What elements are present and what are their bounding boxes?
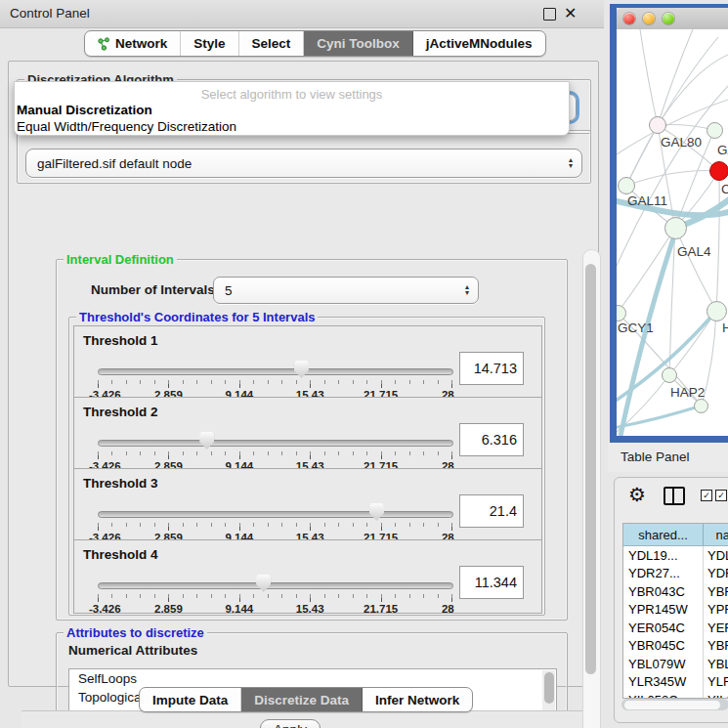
- threshold-3-label: Threshold 3: [83, 476, 158, 491]
- threshold-4-label: Threshold 4: [83, 547, 158, 562]
- network-node-bottom[interactable]: [694, 399, 708, 413]
- table-data-group: Table Data galFiltered.sif default node …: [17, 130, 591, 184]
- gear-icon[interactable]: ⚙: [628, 484, 646, 505]
- column-header-name[interactable]: na: [704, 524, 728, 545]
- slider-thumb[interactable]: [369, 503, 384, 521]
- tab-cyni-toolbox[interactable]: Cyni Toolbox: [304, 31, 413, 56]
- minimize-traffic-light[interactable]: [643, 13, 655, 24]
- numerical-attributes-label: Numerical Attributes: [68, 643, 197, 658]
- network-node-top-right[interactable]: [707, 122, 723, 139]
- table-row[interactable]: YDR27...YDR2: [623, 565, 728, 583]
- tab-style[interactable]: Style: [181, 31, 238, 56]
- checkbox-icon[interactable]: ✓: [701, 490, 712, 501]
- network-node-gal80[interactable]: [649, 116, 666, 134]
- tab-impute-data[interactable]: Impute Data: [140, 688, 241, 711]
- list-item[interactable]: SelfLoops: [69, 669, 556, 688]
- slider-minor-ticks: [98, 380, 453, 384]
- network-window-titlebar[interactable]: [617, 8, 728, 30]
- threshold-1-slider[interactable]: -3.426 2.859 9.144 15.43 21.715 28: [98, 356, 451, 399]
- threshold-1-value-input[interactable]: [459, 352, 524, 385]
- tab-jactivemnodules[interactable]: jActiveMNodules: [413, 31, 545, 56]
- table-panel-titlebar: Table Panel: [608, 443, 728, 472]
- table-panel: ⚙ ✓ ✓ shared... na YDL19...YDL1 YDR27...…: [614, 477, 728, 723]
- slider-thumb[interactable]: [294, 361, 309, 378]
- control-panel-titlebar: Control Panel ✕: [0, 0, 604, 28]
- combo-arrows-icon: ▴▾: [456, 284, 478, 296]
- column-header-shared[interactable]: shared...: [623, 524, 704, 545]
- table-header-row: shared... na: [623, 524, 728, 546]
- table-row[interactable]: YIL052CYIL0: [623, 691, 728, 699]
- slider-thumb[interactable]: [199, 432, 214, 450]
- interval-definition-title: Interval Definition: [64, 252, 177, 267]
- table-row[interactable]: YBR043CYBR0: [623, 582, 728, 601]
- cyni-bottom-tabstrip: Impute Data Discretize Data Infer Networ…: [139, 687, 473, 712]
- network-node-red[interactable]: [709, 161, 728, 181]
- threshold-row-3: Threshold 3 -3.426 2.859 9.144 15.43 21.…: [73, 468, 542, 542]
- table-row[interactable]: YLR345WYLR3: [623, 673, 728, 692]
- slider-track[interactable]: [98, 582, 453, 589]
- zoom-traffic-light[interactable]: [663, 13, 674, 24]
- network-node-right-mid[interactable]: [707, 301, 727, 321]
- table-data-combo[interactable]: galFiltered.sif default node ▴▾: [25, 149, 582, 178]
- table-row[interactable]: YBR045CYBR0: [623, 637, 728, 656]
- threshold-row-4: Threshold 4 -3.426 2.859 9.144 15.43 21.…: [73, 539, 542, 614]
- slider-minor-ticks: [98, 594, 453, 598]
- threshold-4-slider[interactable]: -3.426 2.859 9.144 15.43 21.715 28: [98, 570, 451, 613]
- checkbox-icon[interactable]: ✓: [715, 490, 727, 501]
- slider-track[interactable]: [98, 368, 453, 375]
- algorithm-placeholder-option[interactable]: Select algorithm to view settings: [15, 87, 569, 102]
- num-intervals-combo[interactable]: 5 ▴▾: [213, 277, 479, 304]
- network-node-gal4[interactable]: [664, 217, 687, 239]
- control-panel: Control Panel ✕ Network Style Select Cyn…: [0, 0, 604, 728]
- threshold-4-value-input[interactable]: [459, 566, 524, 599]
- algorithm-option-manual[interactable]: Manual Discretization: [17, 103, 152, 117]
- threshold-row-2: Threshold 2 -3.426 2.859 9.144 15.43 21.…: [73, 397, 542, 471]
- scrollbar-thumb[interactable]: [585, 264, 596, 674]
- apply-bar: Apply: [21, 710, 601, 728]
- network-view-window[interactable]: GAL80 GA C GAL11 GAL4 GCY1 H HAP2: [610, 4, 728, 444]
- tab-discretize-data[interactable]: Discretize Data: [241, 688, 363, 711]
- attributes-group-title: Attributes to discretize: [64, 625, 207, 640]
- cyni-toolbox-panel: Discretization Algorithm ▴▾ Table Data g…: [8, 61, 599, 687]
- settings-scroll-area: Interval Definition Number of Intervals …: [21, 187, 602, 728]
- split-columns-icon[interactable]: [664, 487, 685, 505]
- close-icon[interactable]: ✕: [564, 4, 577, 23]
- node-label-gcy1: GCY1: [618, 321, 654, 335]
- tab-select[interactable]: Select: [239, 31, 305, 56]
- network-node-gal11[interactable]: [618, 177, 635, 194]
- table-row[interactable]: YBL079WYBL0: [623, 655, 728, 673]
- threshold-3-slider[interactable]: -3.426 2.859 9.144 15.43 21.715 28: [98, 498, 451, 541]
- threshold-1-label: Threshold 1: [83, 333, 158, 348]
- table-row[interactable]: YER054CYER0: [623, 619, 728, 637]
- settings-scrollbar[interactable]: [582, 249, 601, 728]
- table-row[interactable]: YDL19...YDL1: [623, 546, 728, 565]
- node-label-clipped-h: H: [722, 321, 728, 335]
- float-window-icon[interactable]: [543, 8, 556, 21]
- control-panel-title: Control Panel: [10, 6, 90, 21]
- threshold-3-value-input[interactable]: [459, 494, 524, 528]
- algorithm-dropdown-popup: Select algorithm to view settings Manual…: [14, 81, 570, 136]
- threshold-2-label: Threshold 2: [83, 405, 158, 419]
- table-panel-title: Table Panel: [621, 450, 690, 464]
- network-canvas[interactable]: GAL80 GA C GAL11 GAL4 GCY1 H HAP2: [617, 29, 728, 436]
- table-horizontal-scrollbar[interactable]: [621, 699, 728, 710]
- tab-network-label: Network: [115, 36, 167, 51]
- scrollbar-thumb[interactable]: [624, 701, 720, 709]
- network-node-hap2[interactable]: [662, 367, 677, 383]
- slider-track[interactable]: [98, 511, 453, 518]
- threshold-2-slider[interactable]: -3.426 2.859 9.144 15.43 21.715 28: [98, 427, 451, 470]
- close-traffic-light[interactable]: [623, 13, 635, 24]
- node-label-gal80: GAL80: [661, 135, 702, 150]
- tab-network[interactable]: Network: [85, 31, 181, 56]
- thresholds-group: Threshold's Coordinates for 5 Intervals …: [68, 317, 545, 616]
- slider-thumb[interactable]: [256, 575, 271, 592]
- num-intervals-label: Number of Intervals: [91, 282, 215, 297]
- table-row[interactable]: YPR145WYPR1: [623, 601, 728, 620]
- screen: { "control_panel": { "title": "Control P…: [0, 0, 728, 728]
- num-intervals-value: 5: [214, 283, 456, 298]
- threshold-2-value-input[interactable]: [459, 423, 524, 456]
- apply-button[interactable]: Apply: [260, 719, 321, 728]
- tab-infer-network[interactable]: Infer Network: [363, 688, 472, 711]
- slider-track[interactable]: [98, 440, 453, 447]
- algorithm-option-equal-width[interactable]: Equal Width/Frequency Discretization: [17, 119, 236, 134]
